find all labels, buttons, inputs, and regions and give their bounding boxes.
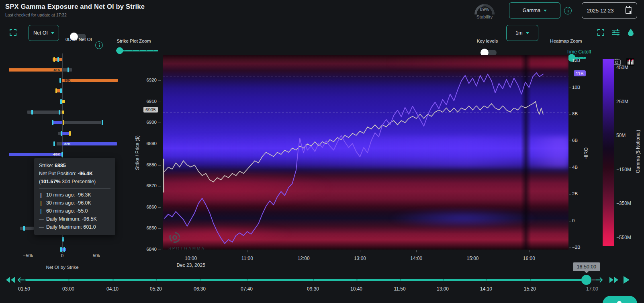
expand-icon[interactable]	[597, 29, 604, 36]
tooltip-history-row: —Daily Maximum: 601.0	[39, 223, 110, 231]
bar-value-label: -96K	[53, 153, 60, 156]
history-marker	[60, 247, 62, 252]
hiro-axis-tick-mark	[569, 61, 571, 61]
strike-metric-value: Net OI	[33, 30, 48, 36]
time-axis-tick: 14:00	[405, 256, 427, 261]
timeline-tick-label[interactable]: 10:40	[350, 286, 362, 292]
history-marker	[63, 247, 65, 252]
price-axis-tick-mark	[158, 186, 161, 186]
strike-plot-zoom-slider[interactable]	[116, 50, 158, 51]
net-oi-bar[interactable]	[62, 132, 69, 135]
play-button[interactable]	[623, 276, 630, 284]
net-oi-bar[interactable]	[57, 142, 62, 145]
key-levels-toggle[interactable]	[481, 50, 497, 55]
history-marker	[60, 99, 62, 104]
spotgamma-dashboard: SPX Gamma Exposure and Net OI by Strike …	[0, 0, 644, 303]
timeline-tick-label[interactable]: 09:30	[307, 286, 319, 292]
tooltip-history-row: |30 mins ago: -96.0K	[39, 199, 110, 207]
tune-settings-icon[interactable]	[612, 29, 619, 36]
timeline-tick-label[interactable]: 03:00	[62, 286, 74, 292]
price-axis-tick-mark	[158, 123, 161, 123]
colorbar-title: Gamma ($ Notional)	[635, 123, 641, 180]
tooltip-history-rows: |10 mins ago: -96.3K|30 mins ago: -96.0K…	[39, 191, 110, 231]
tooltip-history-text: 10 mins ago: -96.3K	[46, 191, 91, 199]
contrast-droplet-icon[interactable]	[628, 29, 634, 36]
legend-tick-icon: |	[39, 207, 43, 215]
key-levels-label: Key levels	[475, 39, 500, 43]
net-oi-bar[interactable]	[62, 100, 65, 103]
timeline-tick-label[interactable]: 06:30	[194, 286, 206, 292]
history-marker	[67, 68, 69, 72]
history-marker	[53, 141, 55, 146]
slider-knob[interactable]	[117, 47, 123, 54]
chat-widget-button[interactable]	[603, 296, 637, 303]
timeline-tick-dot	[443, 279, 444, 280]
rewind-to-start-button[interactable]	[5, 276, 16, 283]
timeline-tick-label[interactable]: 07:40	[241, 286, 253, 292]
price-axis-tick: 6840	[141, 247, 157, 252]
tooltip-history-row: |10 mins ago: -96.3K	[39, 191, 110, 199]
info-icon[interactable]	[564, 7, 572, 14]
net-oi-bar[interactable]	[62, 68, 72, 72]
net-oi-bar[interactable]	[20, 227, 34, 230]
hiro-axis-title: HIRO	[583, 143, 589, 164]
interval-value: 1m	[515, 30, 522, 36]
history-marker	[31, 110, 33, 115]
date-picker[interactable]: 2025-12-23	[582, 2, 637, 18]
hiro-axis-tick: 10B	[572, 85, 580, 90]
date-value: 2025-12-23	[587, 8, 614, 14]
hiro-axis-tick: 2B	[572, 191, 578, 196]
timeline-tick-label[interactable]: 05:20	[150, 286, 162, 292]
colorbar-tick: −150M	[616, 167, 631, 172]
price-axis-tick-mark	[158, 80, 161, 81]
metric-select[interactable]: Gamma	[509, 2, 560, 18]
time-axis-tick: 11:00	[236, 256, 258, 261]
step-forward-button[interactable]	[595, 276, 603, 283]
hiro-axis-tick-mark	[569, 88, 571, 88]
hiro-axis-tick: 8B	[572, 111, 578, 116]
legend-tick-icon: |	[39, 199, 43, 207]
spotgamma-watermark: SPOTGAMMA	[168, 231, 205, 250]
tooltip-history-text: Daily Minimum: -96.5K	[46, 215, 97, 223]
timeline-tick-label[interactable]: 13:00	[437, 286, 449, 292]
interval-select[interactable]: 1m	[506, 25, 538, 41]
camera-snapshot-icon[interactable]	[613, 59, 621, 65]
timeline-tick-label[interactable]: 11:50	[394, 286, 405, 292]
hiro-value-tag: 11B	[574, 70, 586, 76]
history-marker	[59, 78, 61, 83]
price-axis-tick-mark	[158, 102, 161, 102]
hiro-axis-tick: 4B	[572, 165, 578, 170]
expand-icon[interactable]	[10, 29, 16, 36]
timeline-tick-label[interactable]: 14:10	[480, 286, 492, 292]
spotgamma-logo-icon	[168, 231, 181, 244]
legend-tick-icon: |	[39, 191, 43, 199]
price-hiro-lines[interactable]	[163, 55, 568, 250]
timeline-tick-label[interactable]: 15:20	[524, 286, 536, 292]
left-chart-x-tick: 0	[54, 253, 70, 258]
timeline-tick-dot	[200, 279, 201, 280]
net-oi-bar[interactable]	[62, 121, 101, 124]
gamma-colorbar	[603, 59, 614, 246]
timeline-tick-label[interactable]: 17:00	[586, 286, 598, 292]
price-axis-tick-mark	[158, 165, 161, 166]
price-axis-tick: 6890	[141, 141, 157, 146]
timeline-slider-handle[interactable]	[581, 275, 591, 285]
net-oi-bar[interactable]	[52, 121, 63, 124]
chevron-down-icon	[51, 32, 54, 34]
fast-forward-button[interactable]	[609, 276, 619, 283]
history-marker	[61, 152, 63, 157]
strike-metric-select[interactable]: Net OI	[29, 25, 59, 41]
price-axis-title: Strike / Price ($)	[135, 127, 140, 179]
timeline-tick-label[interactable]: 01:50	[18, 286, 30, 292]
net-oi-bar[interactable]	[62, 111, 64, 114]
timeline-slider-track[interactable]	[25, 279, 587, 281]
info-icon[interactable]	[95, 41, 103, 49]
price-axis-tick: 6870	[141, 183, 157, 188]
price-axis-tick-mark	[158, 207, 161, 208]
odte-net-oi-label: 0DTE Net OI	[64, 37, 93, 42]
step-back-button[interactable]	[17, 276, 25, 283]
price-axis-tick: 6860	[141, 205, 157, 209]
timeline-tick-dot	[313, 279, 314, 280]
time-axis-tick-mark	[360, 250, 360, 252]
timeline-tick-label[interactable]: 04:10	[106, 286, 119, 292]
